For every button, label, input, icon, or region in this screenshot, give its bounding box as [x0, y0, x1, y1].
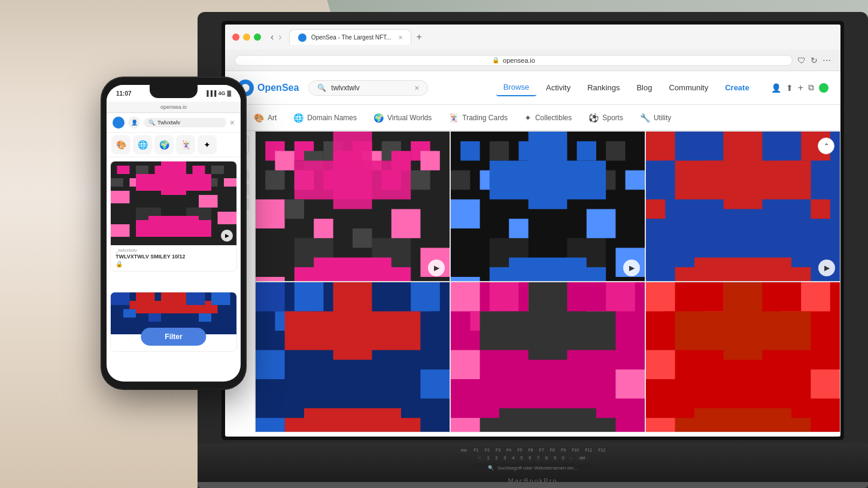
- key-f6[interactable]: F6: [526, 447, 535, 453]
- new-tab-btn[interactable]: +: [416, 32, 421, 42]
- key-esc[interactable]: esc: [458, 447, 471, 453]
- art-icon: 🎨: [254, 113, 264, 123]
- play-btn-11[interactable]: ▶: [623, 260, 640, 276]
- back-btn[interactable]: ‹: [271, 32, 274, 42]
- phone-opensea-logo[interactable]: [113, 117, 125, 129]
- nav-activity[interactable]: Activity: [539, 80, 578, 96]
- category-sports[interactable]: ⚽ Sports: [581, 109, 630, 126]
- forward-btn[interactable]: ›: [278, 32, 281, 42]
- svg-rect-164: [123, 309, 136, 318]
- nft-image-b1: [256, 282, 450, 432]
- address-bar[interactable]: 🔒 opensea.io: [235, 55, 793, 66]
- scroll-up-btn[interactable]: ⌃: [818, 138, 834, 154]
- nav-community[interactable]: Community: [661, 80, 715, 96]
- svg-rect-83: [411, 282, 440, 312]
- phone-browser-bar[interactable]: opensea.io: [107, 102, 241, 113]
- phone-cat-icon-1[interactable]: 🎨: [111, 135, 130, 154]
- browser-tab[interactable]: OpenSea - The Largest NFT... ×: [289, 29, 412, 45]
- category-trading-cards[interactable]: 🃏 Trading Cards: [441, 109, 515, 126]
- key-f5[interactable]: F5: [515, 447, 524, 453]
- add-icon[interactable]: +: [798, 83, 803, 93]
- phone-cat-icon-2[interactable]: 🌐: [133, 135, 152, 154]
- opensea-search-box[interactable]: 🔍 twlvxtwlv ×: [308, 80, 428, 96]
- key-7[interactable]: 7: [535, 455, 542, 461]
- phone-filter-btn[interactable]: Filter: [141, 328, 206, 346]
- laptop-bottom-bar: [198, 482, 868, 488]
- wallet-icon[interactable]: 👤: [771, 83, 781, 93]
- play-btn-8[interactable]: ▶: [428, 260, 445, 276]
- share-icon[interactable]: ⬆: [786, 83, 793, 93]
- category-domain-names[interactable]: 🌐 Domain Names: [286, 109, 364, 126]
- category-trading-cards-label: Trading Cards: [462, 114, 508, 122]
- category-virtual-worlds[interactable]: 🌍 Virtual Worlds: [366, 109, 439, 126]
- key-f12[interactable]: F12: [596, 447, 608, 453]
- category-utility[interactable]: 🔧 Utility: [633, 109, 678, 126]
- laptop-body: ‹ › OpenSea - The Largest NFT... × + 🔒 o…: [198, 12, 868, 488]
- search-clear-icon[interactable]: ×: [414, 83, 419, 93]
- key-0[interactable]: 0: [560, 455, 567, 461]
- key-f11[interactable]: F11: [582, 447, 594, 453]
- maximize-window-btn[interactable]: [254, 33, 261, 41]
- phone-search-icon: 🔍: [148, 120, 155, 126]
- phone-notch: [150, 85, 198, 98]
- close-window-btn[interactable]: [232, 33, 239, 41]
- phone-search-box[interactable]: 🔍 Twlvxtwlv: [144, 118, 226, 127]
- phone-nft-title: TWLVXTWLV SMILEY 10/12: [116, 254, 232, 260]
- key-3[interactable]: 3: [501, 455, 508, 461]
- nav-blog[interactable]: Blog: [629, 80, 659, 96]
- nft-image-11: [451, 132, 645, 282]
- svg-rect-18: [420, 151, 439, 170]
- tab-favicon: [298, 33, 306, 42]
- category-art[interactable]: 🎨 Art: [247, 109, 284, 126]
- key-f1[interactable]: F1: [472, 447, 481, 453]
- key-4[interactable]: 4: [509, 455, 517, 461]
- svg-rect-59: [685, 132, 714, 161]
- key-f2[interactable]: F2: [482, 447, 492, 453]
- key-f9[interactable]: F9: [559, 447, 568, 453]
- svg-rect-13: [275, 151, 294, 170]
- phone-play-btn[interactable]: ▶: [221, 230, 233, 242]
- phone-cat-icon-3[interactable]: 🌍: [154, 135, 174, 154]
- nft-pixel-svg-b1: [256, 282, 450, 432]
- svg-rect-53: [509, 219, 528, 238]
- key-5[interactable]: 5: [518, 455, 525, 461]
- nav-rankings[interactable]: Rankings: [580, 80, 627, 96]
- key-f7[interactable]: F7: [537, 447, 547, 453]
- phone-nft-creator: _twlvxtwlv: [116, 248, 232, 253]
- phone-user-icon[interactable]: 👤: [128, 117, 140, 129]
- reload-btn[interactable]: ↻: [811, 56, 818, 65]
- key-delete[interactable]: del: [575, 455, 589, 461]
- nft-card-b3: ♡ 0: [645, 282, 840, 432]
- svg-rect-148: [136, 174, 211, 191]
- tab-close[interactable]: ×: [398, 33, 402, 42]
- nft-card-11: ♡ 0: [450, 131, 645, 282]
- svg-rect-92: [285, 418, 421, 432]
- play-btn-6[interactable]: ▶: [818, 260, 835, 276]
- key-6[interactable]: 6: [526, 455, 533, 461]
- key-8[interactable]: 8: [543, 455, 550, 461]
- nav-browse[interactable]: Browse: [496, 79, 536, 96]
- svg-rect-111: [451, 350, 480, 379]
- category-collectibles[interactable]: ✦ Collectibles: [517, 109, 579, 126]
- opensea-logo[interactable]: OpenSea: [237, 80, 299, 96]
- phone-cat-icon-5[interactable]: ✦: [198, 135, 217, 154]
- key-f3[interactable]: F3: [493, 447, 503, 453]
- key-minus[interactable]: -: [568, 455, 574, 461]
- key-tilde[interactable]: ~: [477, 455, 484, 461]
- nav-links: Browse Activity Rankings Blog Community …: [496, 79, 757, 96]
- key-f10[interactable]: F10: [569, 447, 581, 453]
- browser-menu-btn[interactable]: ⋯: [823, 56, 831, 65]
- svg-rect-95: [256, 418, 285, 432]
- key-1[interactable]: 1: [485, 455, 492, 461]
- svg-rect-129: [646, 350, 675, 379]
- key-2[interactable]: 2: [493, 455, 500, 461]
- phone-search-clear[interactable]: ×: [230, 118, 235, 127]
- phone-cat-icon-4[interactable]: 🃏: [176, 135, 195, 154]
- key-9[interactable]: 9: [551, 455, 559, 461]
- key-f8[interactable]: F8: [548, 447, 557, 453]
- copy-icon[interactable]: ⧉: [808, 83, 814, 93]
- key-f4[interactable]: F4: [504, 447, 514, 453]
- svg-rect-131: [646, 418, 675, 432]
- minimize-window-btn[interactable]: [243, 33, 250, 41]
- nav-create[interactable]: Create: [718, 80, 756, 96]
